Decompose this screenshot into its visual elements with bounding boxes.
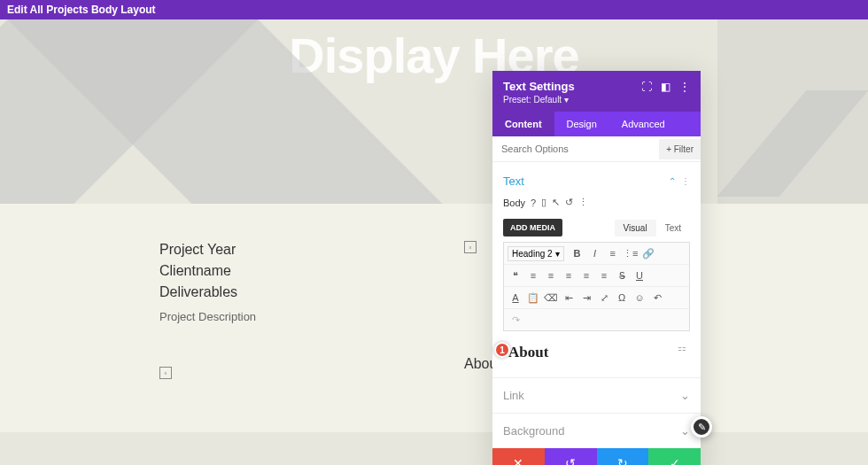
search-input[interactable] [492,136,659,161]
fullscreen-icon[interactable]: ⤢ [596,290,612,306]
editor-heading[interactable]: About [508,344,685,361]
reset-icon[interactable]: ↺ [565,197,573,208]
text-section: Text ⌃ ⋮ Body ? ▯ ↖ ↺ ⋮ ADD MEDIA Visual… [492,162,701,377]
search-row: + Filter [492,136,701,162]
mobile-icon[interactable]: ▯ [541,197,546,208]
preset-label[interactable]: Preset: Default ▾ [503,95,690,105]
hover-icon[interactable]: ↖ [552,197,560,208]
align-justify-icon[interactable]: ≡ [578,267,594,283]
undo-icon[interactable]: ↶ [649,290,665,306]
topbar-title: Edit All Projects Body Layout [7,4,156,16]
undo-button[interactable]: ↺ [545,448,597,465]
broken-image-icon: ▫ [464,241,477,253]
wysiwyg-toolbar: Heading 2▾ B I ≡ ⋮≡ 🔗 ❝ ≡ ≡ ≡ ≡ ≡ S̶ U A… [503,242,690,331]
tab-advanced[interactable]: Advanced [609,112,678,136]
hero-section: Display Here [0,19,868,204]
bullet-list-icon[interactable]: ≡ [605,245,621,261]
dynamic-content-icon[interactable]: ⚏ [678,342,686,353]
special-char-icon[interactable]: Ω [614,290,630,306]
expand-icon[interactable]: ⛶ [641,81,652,93]
quote-icon[interactable]: ❝ [508,267,523,283]
filter-button[interactable]: + Filter [659,139,701,159]
paste-icon[interactable]: 📋 [525,290,541,306]
menu-icon[interactable]: ⋮ [578,197,588,208]
tab-content[interactable]: Content [492,112,554,136]
modal-header[interactable]: Text Settings ⛶ ◧ ⋮ Preset: Default ▾ [492,71,701,112]
menu-icon[interactable]: ⋮ [681,176,690,186]
link-icon[interactable]: 🔗 [640,245,656,261]
add-media-button[interactable]: ADD MEDIA [503,219,562,236]
link-section[interactable]: Link ⌄ [492,377,701,413]
save-button[interactable]: ✓ [648,448,701,465]
project-info: Project Year Clientname Deliverables Pro… [0,204,868,345]
text-settings-modal: Text Settings ⛶ ◧ ⋮ Preset: Default ▾ Co… [492,71,701,465]
underline-icon[interactable]: U [632,267,647,283]
redo-icon[interactable]: ↷ [508,312,523,328]
snap-icon[interactable]: ◧ [661,81,670,93]
broken-image-icon: ▫ [159,367,172,379]
align-center-icon[interactable]: ≡ [543,267,559,283]
clear-icon[interactable]: ⌫ [543,290,559,306]
addmedia-row: ADD MEDIA Visual Text [503,219,690,236]
align-left-icon[interactable]: ≡ [525,267,541,283]
settings-fab[interactable]: ✎ [691,416,712,438]
bold-icon[interactable]: B [570,245,585,261]
heading-select[interactable]: Heading 2▾ [508,246,564,261]
number-list-icon[interactable]: ⋮≡ [623,245,639,261]
italic-icon[interactable]: I [587,245,603,261]
background-section[interactable]: Background ⌄ [492,413,701,448]
redo-button[interactable]: ↻ [597,448,649,465]
align-right-icon[interactable]: ≡ [561,267,577,283]
lower-section: ▫ About [0,345,868,432]
top-bar: Edit All Projects Body Layout [0,0,868,19]
tab-design[interactable]: Design [554,112,609,136]
help-icon[interactable]: ? [531,198,536,208]
text-tab[interactable]: Text [656,220,690,236]
body-toggle-row: Body ? ▯ ↖ ↺ ⋮ [503,193,690,215]
chevron-down-icon: ⌄ [680,424,690,438]
text-section-header[interactable]: Text ⌃ ⋮ [503,169,690,193]
indent-icon[interactable]: ⇥ [578,290,594,306]
modal-tabs: Content Design Advanced [492,112,701,136]
outdent-icon[interactable]: ⇤ [561,290,577,306]
emoji-icon[interactable]: ☺ [632,290,647,306]
hero-shape [717,19,868,204]
align-justify-icon[interactable]: ≡ [596,267,612,283]
modal-title: Text Settings [503,80,575,93]
discard-button[interactable]: ✕ [492,448,545,465]
modal-actions: ✕ ↺ ↻ ✓ [492,448,701,465]
annotation-marker: 1 [494,342,510,358]
chevron-down-icon: ⌄ [680,389,690,402]
chevron-down-icon: ▾ [555,249,560,259]
visual-tab[interactable]: Visual [615,220,656,236]
textcolor-icon[interactable]: A [508,290,523,306]
chevron-up-icon[interactable]: ⌃ [669,176,676,186]
body-label: Body [503,198,525,208]
editor-body[interactable]: 1 About ⚏ [503,331,690,370]
chevron-down-icon: ▾ [564,95,569,105]
menu-icon[interactable]: ⋮ [679,81,690,93]
strike-icon[interactable]: S̶ [614,267,630,283]
